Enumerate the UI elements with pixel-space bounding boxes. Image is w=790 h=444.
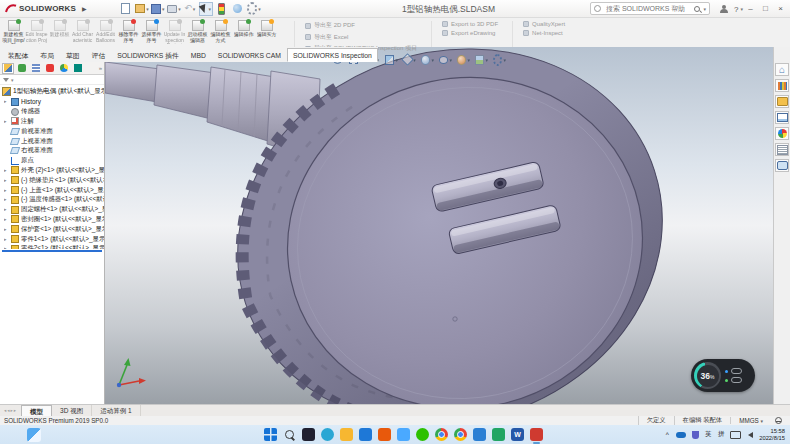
panel-tab-inspection[interactable] (72, 63, 84, 74)
3d-model-canvas[interactable] (105, 47, 773, 404)
export-menu-item[interactable]: 导出至 2D PDF (305, 21, 417, 30)
ribbon-button[interactable]: Edit Inspection Project (25, 18, 48, 47)
taskbar-app-app-orange[interactable] (378, 428, 391, 441)
taskpane-view-palette[interactable] (775, 111, 789, 124)
taskbar-app-wechat[interactable] (416, 428, 429, 441)
ribbon-button[interactable]: 选择零件序号 (140, 18, 163, 47)
qa-new-document[interactable] (119, 2, 133, 16)
qa-select[interactable] (199, 2, 213, 16)
widgets-icon[interactable] (27, 428, 41, 442)
qa-home[interactable] (103, 2, 117, 16)
tree-node[interactable]: 注解 (4, 117, 104, 127)
taskpane-custom-properties[interactable] (775, 143, 789, 156)
tray-ime-mode[interactable]: 拼 (717, 430, 725, 439)
tree-node[interactable]: 右视基准面 (4, 146, 104, 156)
ribbon-tab[interactable]: MBD (185, 48, 212, 62)
tree-node[interactable]: 零件2<1> (默认<<默认>_显示状 (4, 244, 104, 249)
ribbon-button[interactable]: 启动模板编辑器 (186, 18, 209, 47)
taskbar-clock[interactable]: 15:58 2022/8/15 (759, 428, 785, 442)
tray-onedrive[interactable] (676, 432, 686, 438)
taskbar-app-wps[interactable] (492, 428, 505, 441)
tree-node[interactable]: (-) 绝缘垫片<1> (默认<<默认>_显 (4, 175, 104, 185)
taskbar-app-word[interactable]: W (511, 428, 524, 441)
ribbon-tab[interactable]: SOLIDWORKS CAM (212, 48, 287, 62)
expander-icon[interactable] (4, 178, 9, 183)
units-selector[interactable]: MMGS ▾ (730, 417, 771, 424)
window-minimize[interactable]: – (743, 2, 758, 16)
panel-tab-propertymanager[interactable] (16, 63, 28, 74)
tree-node[interactable]: 密封圈<1> (默认<<默认>_显示状 (4, 215, 104, 225)
tree-node[interactable]: 固定螺栓<1> (默认<<默认>_显示 (4, 205, 104, 215)
taskbar-app-onedrive-app[interactable] (397, 428, 410, 441)
expander-icon[interactable] (4, 188, 9, 193)
ribbon-tab[interactable]: SOLIDWORKS Inspection (287, 48, 378, 62)
taskbar-app-app-blue[interactable] (473, 428, 486, 441)
ribbon-tab[interactable]: 草图 (60, 48, 86, 62)
tray-cast[interactable] (730, 431, 741, 439)
export-menu-item[interactable]: QualityXpert (523, 21, 565, 27)
tree-node[interactable]: 前视基准面 (4, 126, 104, 136)
qa-open[interactable] (135, 2, 149, 16)
qa-undo[interactable] (183, 2, 197, 16)
zoom-percent-widget[interactable]: 36% (691, 359, 755, 392)
graphics-area[interactable]: 36% (105, 47, 773, 404)
qa-save[interactable] (151, 2, 165, 16)
taskbar-app-search[interactable] (283, 428, 296, 441)
ribbon-button[interactable]: Add/Edit Balloons (94, 18, 117, 47)
panel-tab-featuremanager[interactable] (2, 63, 14, 74)
tree-node[interactable]: (-) 温度传感器<1> (默认<<默认>_ (4, 195, 104, 205)
taskbar-app-chrome[interactable] (454, 428, 467, 441)
headsup-hide-show-items[interactable] (439, 53, 452, 66)
headsup-view-settings[interactable] (493, 53, 506, 66)
tab-scroll-arrows[interactable]: ◂◂▸▸ (0, 408, 21, 413)
user-account-icon[interactable] (719, 5, 728, 14)
search-input[interactable] (604, 4, 691, 13)
ribbon-tab[interactable]: 评估 (86, 48, 112, 62)
panel-tab-configurationmanager[interactable] (30, 63, 42, 74)
search-dropdown-icon[interactable]: ▾ (703, 6, 706, 12)
headsup-edit-appearance[interactable] (457, 53, 470, 66)
tree-node[interactable]: History (4, 97, 104, 107)
qa-rebuild[interactable] (215, 2, 229, 16)
expander-icon[interactable] (4, 237, 9, 242)
model-tab[interactable]: 运动算例 1 (92, 405, 140, 416)
tray-volume[interactable] (746, 432, 754, 438)
window-restore[interactable]: □ (758, 2, 773, 16)
ribbon-tab[interactable]: 布局 (34, 48, 60, 62)
taskpane-forum[interactable] (775, 159, 789, 172)
help-search-box[interactable]: ▾ (590, 2, 710, 15)
ribbon-button[interactable]: 编辑实方 (255, 18, 278, 47)
taskpane-design-library[interactable] (775, 79, 789, 92)
zoom-widget-row-status-blue[interactable] (725, 368, 742, 374)
ribbon-button[interactable]: Update Inspection Project (163, 18, 186, 47)
expander-icon[interactable] (4, 227, 9, 232)
qa-options[interactable] (247, 2, 261, 16)
taskpane-file-explorer[interactable] (775, 95, 789, 108)
tray-defender[interactable] (691, 431, 699, 439)
model-tab[interactable]: 模型 (21, 405, 52, 416)
taskbar-app-file-explorer[interactable] (340, 428, 353, 441)
expander-icon[interactable] (4, 246, 9, 249)
taskbar-app-edge[interactable] (321, 428, 334, 441)
model-tab[interactable]: 3D 视图 (52, 405, 92, 416)
taskbar-app-start[interactable] (264, 428, 277, 441)
tray-ime-lang[interactable]: 英 (704, 430, 712, 439)
qa-display-settings[interactable] (231, 2, 245, 16)
tree-node[interactable]: 外壳 (2)<1> (默认<<默认>_显示状 (4, 166, 104, 176)
ribbon-button[interactable]: Add Characteristic (71, 18, 94, 47)
export-menu-item[interactable]: Export eDrawing (442, 30, 498, 36)
expander-icon[interactable] (4, 217, 9, 222)
ribbon-button[interactable]: 移除零件序号 (117, 18, 140, 47)
help-icon[interactable]: ? (734, 5, 738, 14)
ribbon-tab[interactable]: SOLIDWORKS 插件 (111, 48, 185, 62)
tree-node[interactable]: 保护套<1> (默认<<默认>_显示状 (4, 224, 104, 234)
expander-icon[interactable] (4, 99, 9, 104)
expander-icon[interactable] (4, 119, 9, 124)
tree-node[interactable]: (-) 上盖<1> (默认<<默认>_显示状 (4, 185, 104, 195)
assembly-root-node[interactable]: 1型铝轴热电偶 (默认<默认_显示状态-1 (0, 85, 104, 97)
taskpane-appearances[interactable] (775, 127, 789, 140)
ribbon-button[interactable]: 新建模板 (48, 18, 71, 47)
tree-node[interactable]: 上视基准面 (4, 136, 104, 146)
export-menu-item[interactable]: Net-Inspect (523, 30, 565, 36)
headsup-view-orientation[interactable] (403, 53, 416, 66)
